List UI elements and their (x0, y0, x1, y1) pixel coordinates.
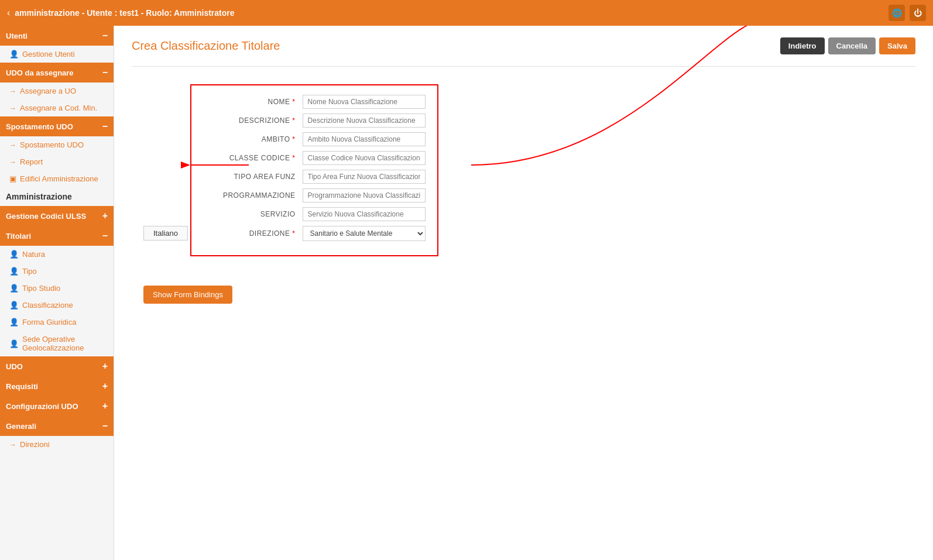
arrow-icon: → (9, 141, 16, 149)
salva-button[interactable]: Salva (879, 37, 915, 54)
sidebar-item-natura[interactable]: 👤 Natura (0, 246, 114, 263)
sidebar-item-edifici[interactable]: ▣ Edifici Amministrazione (0, 170, 114, 187)
udo-assegnare-label: UDO da assegnare (6, 68, 74, 77)
top-bar: ‹ amministrazione - Utente : test1 - Ruo… (0, 0, 933, 26)
input-ambito[interactable] (303, 132, 426, 146)
top-bar-left: ‹ amministrazione - Utente : test1 - Ruo… (7, 8, 235, 18)
configurazioni-udo-expand-icon[interactable]: + (102, 401, 108, 411)
top-bar-right: 🌐 ⏻ (889, 5, 926, 21)
sidebar-section-udo-assegnare[interactable]: UDO da assegnare − (0, 63, 114, 83)
sidebar-section-udo[interactable]: UDO + (0, 356, 114, 376)
page-title: Crea Classificazione Titolare (132, 39, 280, 53)
generali-label: Generali (6, 422, 36, 431)
sidebar-item-spostamento-udo[interactable]: → Spostamento UDO (0, 136, 114, 153)
sidebar-item-tipo[interactable]: 👤 Tipo (0, 263, 114, 280)
sidebar-section-gestione-codici[interactable]: Gestione Codici ULSS + (0, 206, 114, 226)
sidebar: Utenti − 👤 Gestione Utenti UDO da assegn… (0, 26, 114, 560)
arrow-icon: → (9, 158, 16, 166)
sidebar-item-assegnare-uo[interactable]: → Assegnare a UO (0, 83, 114, 99)
show-bindings-container: Show Form Bindings (143, 274, 915, 304)
label-direzione: DIREZIONE * (203, 229, 303, 238)
sidebar-item-assegnare-cod-min[interactable]: → Assegnare a Cod. Min. (0, 99, 114, 116)
back-chevron-icon[interactable]: ‹ (7, 8, 10, 18)
sidebar-section-utenti[interactable]: Utenti − (0, 26, 114, 46)
sidebar-item-gestione-utenti[interactable]: 👤 Gestione Utenti (0, 46, 114, 63)
generali-collapse-icon[interactable]: − (102, 421, 108, 431)
sidebar-section-configurazioni-udo[interactable]: Configurazioni UDO + (0, 396, 114, 416)
person-icon: 👤 (9, 318, 19, 327)
input-nome[interactable] (303, 95, 426, 109)
udo-label: UDO (6, 362, 23, 371)
arrow-icon: → (9, 104, 16, 112)
sidebar-section-spostamento-udo[interactable]: Spostamento UDO − (0, 116, 114, 136)
arrow-icon: → (9, 441, 16, 449)
sidebar-item-direzioni[interactable]: → Direzioni (0, 436, 114, 453)
form-row-direzione: DIREZIONE * Sanitario e Salute Mentale (203, 226, 426, 241)
form-container: Italiano NOME * DESCRIZIONE * (132, 78, 915, 262)
amministrazione-label: Amministrazione (0, 187, 114, 206)
indietro-button[interactable]: Indietro (780, 37, 825, 54)
sidebar-item-report[interactable]: → Report (0, 153, 114, 170)
person-icon: 👤 (9, 50, 19, 59)
sidebar-item-tipo-studio[interactable]: 👤 Tipo Studio (0, 280, 114, 297)
form-row-ambito: AMBITO * (203, 132, 426, 146)
label-classe-codice: CLASSE CODICE * (203, 154, 303, 162)
requisiti-expand-icon[interactable]: + (102, 381, 108, 391)
globe-icon[interactable]: 🌐 (889, 5, 905, 21)
label-tipo-area-funz: TIPO AREA FUNZ (203, 173, 303, 181)
main-layout: Utenti − 👤 Gestione Utenti UDO da assegn… (0, 26, 933, 560)
lang-tab[interactable]: Italiano (143, 226, 188, 241)
edifici-icon: ▣ (9, 174, 16, 183)
content-area: Crea Classificazione Titolare Indietro C… (114, 26, 933, 560)
label-descrizione: DESCRIZIONE * (203, 116, 303, 125)
spostamento-udo-collapse-icon[interactable]: − (102, 121, 108, 132)
sidebar-item-forma-giuridica[interactable]: 👤 Forma Giuridica (0, 314, 114, 331)
utenti-label: Utenti (6, 32, 28, 40)
form-row-nome: NOME * (203, 95, 426, 109)
sidebar-item-sede-operative[interactable]: 👤 Sede Operative Geolocalizzazione (0, 331, 114, 356)
input-programmazione[interactable] (303, 188, 426, 202)
sidebar-section-titolari[interactable]: Titolari − (0, 226, 114, 246)
spostamento-udo-label: Spostamento UDO (6, 122, 73, 131)
udo-assegnare-collapse-icon[interactable]: − (102, 67, 108, 78)
titolari-label: Titolari (6, 232, 31, 241)
form-row-programmazione: PROGRAMMAZIONE (203, 188, 426, 202)
power-icon[interactable]: ⏻ (910, 5, 926, 21)
label-nome: NOME * (203, 98, 303, 106)
sidebar-section-generali[interactable]: Generali − (0, 416, 114, 436)
gestione-codici-label: Gestione Codici ULSS (6, 212, 86, 221)
gestione-codici-expand-icon[interactable]: + (102, 211, 108, 221)
form-box: NOME * DESCRIZIONE * AMBITO * (190, 84, 438, 256)
sidebar-section-requisiti[interactable]: Requisiti + (0, 376, 114, 396)
form-row-tipo-area-funz: TIPO AREA FUNZ (203, 170, 426, 184)
form-row-classe-codice: CLASSE CODICE * (203, 151, 426, 165)
person-icon: 👤 (9, 267, 19, 276)
person-icon: 👤 (9, 301, 19, 310)
configurazioni-udo-label: Configurazioni UDO (6, 402, 78, 411)
sidebar-item-classificazione[interactable]: 👤 Classificazione (0, 297, 114, 314)
utenti-collapse-icon[interactable]: − (102, 30, 108, 41)
content-header: Crea Classificazione Titolare Indietro C… (132, 37, 915, 54)
app-title: amministrazione - Utente : test1 - Ruolo… (15, 8, 234, 18)
label-ambito: AMBITO * (203, 135, 303, 143)
person-icon: 👤 (9, 339, 19, 348)
label-programmazione: PROGRAMMAZIONE (203, 191, 303, 200)
select-direzione[interactable]: Sanitario e Salute Mentale (303, 226, 426, 241)
titolari-collapse-icon[interactable]: − (102, 231, 108, 241)
form-row-descrizione: DESCRIZIONE * (203, 114, 426, 128)
input-tipo-area-funz[interactable] (303, 170, 426, 184)
udo-expand-icon[interactable]: + (102, 361, 108, 372)
input-descrizione[interactable] (303, 114, 426, 128)
person-icon: 👤 (9, 284, 19, 293)
person-icon: 👤 (9, 250, 19, 259)
input-servizio[interactable] (303, 207, 426, 221)
cancella-button[interactable]: Cancella (828, 37, 876, 54)
header-buttons: Indietro Cancella Salva (780, 37, 915, 54)
form-row-servizio: SERVIZIO (203, 207, 426, 221)
label-servizio: SERVIZIO (203, 210, 303, 218)
requisiti-label: Requisiti (6, 382, 38, 391)
input-classe-codice[interactable] (303, 151, 426, 165)
show-bindings-button[interactable]: Show Form Bindings (143, 286, 232, 304)
arrow-icon: → (9, 87, 16, 95)
divider (132, 66, 915, 67)
